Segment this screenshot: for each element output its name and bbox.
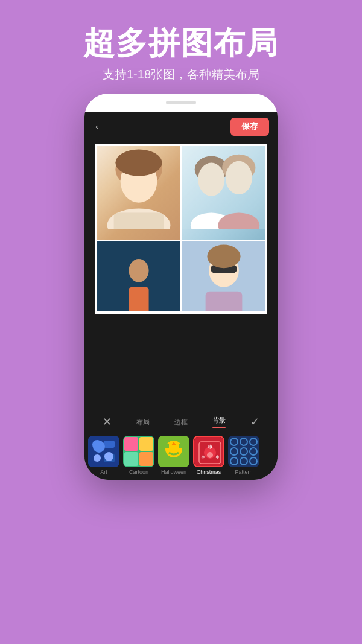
- svg-point-43: [207, 452, 213, 458]
- svg-rect-45: [228, 436, 259, 467]
- tab-active-indicator: [212, 427, 226, 428]
- svg-point-2: [115, 150, 162, 176]
- photo-cell-2[interactable]: [182, 146, 265, 240]
- theme-row: Art Cartoon: [84, 433, 278, 480]
- svg-text:❄: ❄: [215, 454, 220, 460]
- svg-text:❄: ❄: [208, 444, 212, 450]
- theme-thumb-pattern: [228, 436, 259, 467]
- svg-rect-19: [205, 292, 242, 311]
- svg-rect-36: [165, 444, 169, 448]
- theme-thumb-halloween: [158, 436, 189, 467]
- theme-thumb-cartoon: [123, 436, 154, 467]
- toolbar-tabs: ✕ 布局 边框 背景 ✓: [84, 413, 278, 433]
- phone-speaker: [166, 101, 196, 104]
- app-top-bar: ← 保存: [84, 112, 278, 141]
- theme-thumb-art: [88, 436, 119, 467]
- theme-name-art: Art: [100, 469, 107, 475]
- theme-name-pattern: Pattern: [235, 469, 252, 475]
- tab-border-label: 边框: [174, 418, 188, 427]
- check-icon[interactable]: ✓: [250, 415, 259, 429]
- svg-point-29: [92, 440, 102, 450]
- collage-area: [84, 141, 278, 409]
- back-arrow-icon[interactable]: ←: [93, 119, 106, 135]
- svg-rect-32: [104, 454, 115, 462]
- tab-border[interactable]: 边框: [174, 418, 188, 427]
- photo-cell-3[interactable]: [97, 241, 180, 311]
- svg-rect-30: [104, 441, 115, 448]
- svg-rect-28: [88, 436, 119, 467]
- phone-mockup: ← 保存: [84, 94, 278, 480]
- tab-background-label: 背景: [212, 416, 226, 425]
- phone-screen: ← 保存: [84, 112, 278, 480]
- sub-title: 支持1-18张图，各种精美布局: [0, 66, 362, 83]
- cartoon-q4: [139, 452, 153, 466]
- theme-item-pattern[interactable]: Pattern: [228, 436, 259, 475]
- theme-item-halloween[interactable]: Halloween: [158, 436, 189, 475]
- collage-grid: [95, 144, 267, 314]
- tab-background[interactable]: 背景: [212, 416, 226, 428]
- close-icon[interactable]: ✕: [103, 415, 112, 429]
- svg-rect-14: [129, 287, 148, 311]
- photo-cell-1[interactable]: [97, 146, 180, 240]
- phone-top-bar: [84, 94, 278, 112]
- save-button[interactable]: 保存: [230, 118, 269, 136]
- theme-item-cartoon[interactable]: Cartoon: [123, 436, 154, 475]
- svg-point-18: [207, 245, 240, 269]
- svg-text:❄: ❄: [201, 454, 205, 460]
- cartoon-q2: [139, 437, 153, 451]
- theme-item-christmas[interactable]: ❄ ❄ ❄ Christmas: [193, 436, 224, 475]
- header-area: 超多拼图布局 支持1-18张图，各种精美布局: [0, 0, 362, 95]
- tab-layout-label: 布局: [136, 418, 150, 427]
- cartoon-q1: [124, 437, 138, 451]
- svg-rect-4: [113, 212, 164, 229]
- main-title: 超多拼图布局: [0, 24, 362, 62]
- svg-point-31: [94, 454, 101, 462]
- svg-rect-37: [179, 444, 182, 448]
- cartoon-q3: [124, 452, 138, 466]
- bottom-toolbar: ✕ 布局 边框 背景 ✓: [84, 409, 278, 480]
- theme-name-cartoon: Cartoon: [129, 469, 148, 475]
- tab-layout[interactable]: 布局: [136, 418, 150, 427]
- photo-cell-4[interactable]: [182, 241, 265, 311]
- theme-name-halloween: Halloween: [161, 469, 186, 475]
- theme-thumb-christmas: ❄ ❄ ❄: [193, 436, 224, 467]
- theme-name-christmas: Christmas: [197, 469, 221, 475]
- theme-item-art[interactable]: Art: [88, 436, 119, 475]
- svg-point-13: [129, 259, 148, 282]
